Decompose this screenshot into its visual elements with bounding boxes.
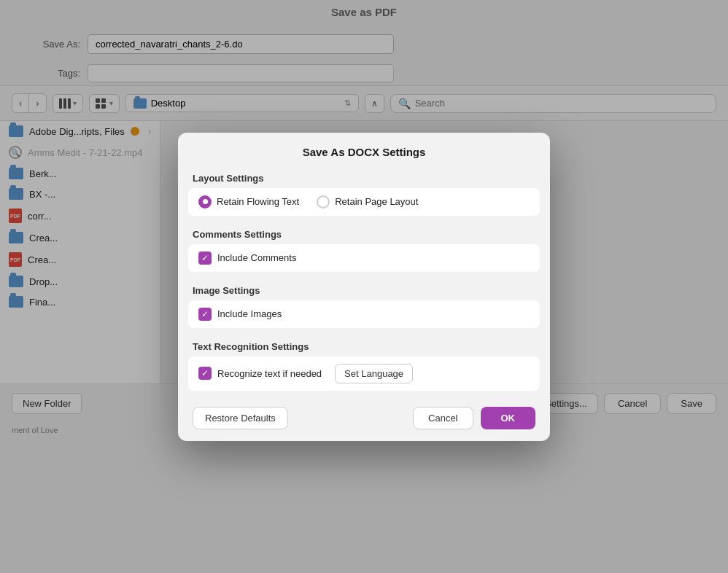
radio-flowing-label: Retain Flowing Text bbox=[217, 196, 299, 207]
include-comments-label: Include Comments bbox=[217, 252, 296, 263]
set-language-button[interactable]: Set Language bbox=[335, 364, 413, 383]
recognize-text-label: Recognize text if needed bbox=[217, 368, 322, 379]
include-images-option[interactable]: ✓ Include Images bbox=[198, 308, 530, 321]
modal-ok-button[interactable]: OK bbox=[481, 407, 536, 429]
comments-section: ✓ Include Comments bbox=[188, 244, 540, 272]
text-recognition-section: ✓ Recognize text if needed Set Language bbox=[188, 356, 540, 391]
include-images-label: Include Images bbox=[217, 308, 282, 319]
include-images-checkbox[interactable]: ✓ bbox=[198, 308, 212, 321]
retain-flowing-text-option[interactable]: Retain Flowing Text bbox=[198, 195, 299, 208]
modal-footer: Restore Defaults Cancel OK bbox=[178, 398, 550, 441]
modal-cancel-button[interactable]: Cancel bbox=[413, 407, 473, 429]
modal-footer-right: Cancel OK bbox=[413, 407, 535, 429]
modal-overlay: Save As DOCX Settings Layout Settings Re… bbox=[0, 0, 728, 573]
save-as-docx-modal: Save As DOCX Settings Layout Settings Re… bbox=[178, 133, 550, 441]
image-section: ✓ Include Images bbox=[188, 300, 540, 328]
include-comments-option[interactable]: ✓ Include Comments bbox=[198, 252, 530, 265]
image-section-label: Image Settings bbox=[178, 279, 550, 300]
layout-section-label: Layout Settings bbox=[178, 167, 550, 188]
layout-section: Retain Flowing Text Retain Page Layout bbox=[188, 188, 540, 216]
retain-page-layout-option[interactable]: Retain Page Layout bbox=[317, 195, 418, 208]
text-recognition-section-label: Text Recognition Settings bbox=[178, 335, 550, 356]
recognize-text-option[interactable]: ✓ Recognize text if needed Set Language bbox=[198, 364, 530, 383]
modal-title: Save As DOCX Settings bbox=[178, 133, 550, 167]
radio-page-circle bbox=[317, 195, 330, 208]
recognize-text-checkbox[interactable]: ✓ bbox=[198, 367, 212, 380]
include-comments-checkbox[interactable]: ✓ bbox=[198, 252, 212, 265]
radio-page-label: Retain Page Layout bbox=[335, 196, 418, 207]
radio-flowing-circle bbox=[198, 195, 212, 208]
restore-defaults-button[interactable]: Restore Defaults bbox=[193, 407, 288, 429]
comments-section-label: Comments Settings bbox=[178, 223, 550, 244]
layout-radio-group: Retain Flowing Text Retain Page Layout bbox=[198, 195, 530, 208]
